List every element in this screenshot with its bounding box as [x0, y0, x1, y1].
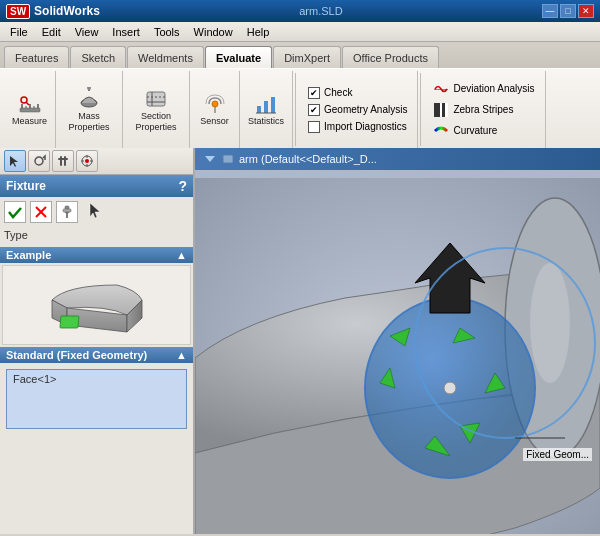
ribbon-group-statistics: Statistics — [240, 71, 293, 148]
statistics-icon — [254, 92, 278, 116]
import-diagnostics-button[interactable]: Import Diagnostics — [304, 119, 411, 135]
svg-marker-42 — [90, 203, 100, 218]
tab-office-products[interactable]: Office Products — [342, 46, 439, 68]
tab-dimxpert[interactable]: DimXpert — [273, 46, 341, 68]
check-checkbox: ✔ — [308, 87, 320, 99]
tree-item-label: arm (Default<<Default>_D... — [239, 153, 377, 165]
minimize-btn[interactable]: — — [542, 4, 558, 18]
section-properties-label: Section Properties — [131, 111, 181, 133]
title-bar: SW SolidWorks arm.SLD — □ ✕ — [0, 0, 600, 22]
statistics-label: Statistics — [248, 116, 284, 127]
separator-1 — [295, 73, 296, 146]
menu-insert[interactable]: Insert — [106, 24, 146, 40]
section-properties-button[interactable]: Section Properties — [127, 85, 185, 135]
separator-2 — [420, 73, 421, 146]
svg-marker-44 — [205, 156, 215, 162]
zebra-stripes-button[interactable]: Zebra Stripes — [429, 100, 538, 120]
ok-button[interactable] — [4, 201, 26, 223]
menu-tools[interactable]: Tools — [148, 24, 186, 40]
sw-logo: SW — [6, 4, 30, 19]
target-tool[interactable] — [76, 150, 98, 172]
viewport-3d[interactable]: Fixed Geom... — [195, 170, 600, 534]
standard-title: Standard (Fixed Geometry) — [6, 349, 147, 361]
curvature-button[interactable]: Curvature — [429, 121, 538, 141]
mass-properties-button[interactable]: Mass Properties — [60, 85, 118, 135]
svg-rect-17 — [257, 106, 261, 113]
example-header[interactable]: Example ▲ — [0, 247, 193, 263]
example-collapse-icon: ▲ — [176, 249, 187, 261]
title-filename: arm.SLD — [299, 5, 342, 17]
svg-rect-24 — [442, 103, 445, 117]
standard-section: Standard (Fixed Geometry) ▲ Face<1> — [0, 347, 193, 435]
svg-rect-22 — [434, 103, 440, 117]
fixture-help-btn[interactable]: ? — [178, 178, 187, 194]
expand-icon — [203, 152, 217, 166]
svg-point-50 — [444, 382, 456, 394]
tree-header: arm (Default<<Default>_D... — [195, 148, 600, 170]
svg-rect-41 — [63, 209, 71, 212]
mass-properties-label: Mass Properties — [64, 111, 114, 133]
svg-point-32 — [85, 159, 89, 163]
measure-label: Measure — [12, 116, 47, 127]
tab-evaluate[interactable]: Evaluate — [205, 46, 272, 68]
example-image — [37, 270, 157, 340]
ribbon-group-sensor: Sensor — [190, 71, 240, 148]
sensor-icon — [203, 92, 227, 116]
ribbon-group-measure: Measure — [4, 71, 56, 148]
curvature-icon — [433, 123, 449, 139]
menu-help[interactable]: Help — [241, 24, 276, 40]
face-list: Face<1> — [6, 369, 187, 429]
check-button[interactable]: ✔ Check — [304, 85, 411, 101]
svg-point-10 — [87, 87, 91, 90]
toolbar-strip — [0, 148, 193, 175]
action-buttons — [4, 201, 189, 223]
geometry-label: Geometry Analysis — [324, 104, 407, 115]
zebra-icon — [433, 102, 449, 118]
title-bar-controls[interactable]: — □ ✕ — [542, 4, 594, 18]
part-icon — [221, 152, 235, 166]
close-btn[interactable]: ✕ — [578, 4, 594, 18]
ribbon-tabs: Features Sketch Weldments Evaluate DimXp… — [0, 42, 600, 68]
fixture-title: Fixture — [6, 179, 46, 193]
pan-tool[interactable] — [52, 150, 74, 172]
main-area: Fixture ? — [0, 148, 600, 534]
menu-view[interactable]: View — [69, 24, 105, 40]
menu-edit[interactable]: Edit — [36, 24, 67, 40]
fixture-body: Type — [0, 197, 193, 247]
example-section: Example ▲ — [0, 247, 193, 347]
fixture-panel-header: Fixture ? — [0, 175, 193, 197]
menu-window[interactable]: Window — [188, 24, 239, 40]
statistics-button[interactable]: Statistics — [244, 90, 288, 129]
sensor-button[interactable]: Sensor — [195, 90, 235, 129]
svg-point-27 — [35, 157, 43, 165]
zebra-label: Zebra Stripes — [453, 104, 513, 115]
measure-button[interactable]: Measure — [8, 90, 51, 129]
pin-button[interactable] — [56, 201, 78, 223]
section-properties-icon — [144, 87, 168, 111]
menu-file[interactable]: File — [4, 24, 34, 40]
title-bar-left: SW SolidWorks — [6, 4, 100, 19]
svg-rect-18 — [264, 101, 268, 113]
svg-point-15 — [212, 101, 218, 107]
svg-rect-25 — [445, 103, 448, 117]
mass-properties-icon — [77, 87, 101, 111]
pointer-tool[interactable] — [4, 150, 26, 172]
ribbon-group-section: Section Properties — [123, 71, 190, 148]
geometry-analysis-button[interactable]: ✔ Geometry Analysis — [304, 102, 411, 118]
deviation-analysis-button[interactable]: Deviation Analysis — [429, 79, 538, 99]
geometry-checkbox: ✔ — [308, 104, 320, 116]
svg-line-7 — [26, 102, 29, 105]
rotate-tool[interactable] — [28, 150, 50, 172]
import-label: Import Diagnostics — [324, 121, 407, 132]
standard-header[interactable]: Standard (Fixed Geometry) ▲ — [0, 347, 193, 363]
ribbon-content: Measure Mass Properties — [0, 68, 600, 148]
cancel-button[interactable] — [30, 201, 52, 223]
tab-features[interactable]: Features — [4, 46, 69, 68]
face-item-1[interactable]: Face<1> — [11, 372, 182, 386]
check-label: Check — [324, 87, 352, 98]
menu-bar: File Edit View Insert Tools Window Help — [0, 22, 600, 42]
import-checkbox — [308, 121, 320, 133]
maximize-btn[interactable]: □ — [560, 4, 576, 18]
tab-sketch[interactable]: Sketch — [70, 46, 126, 68]
tab-weldments[interactable]: Weldments — [127, 46, 204, 68]
